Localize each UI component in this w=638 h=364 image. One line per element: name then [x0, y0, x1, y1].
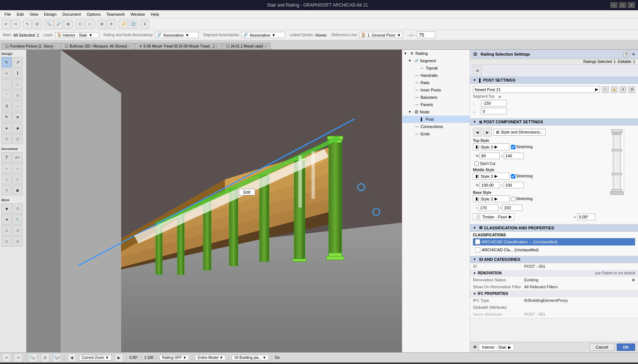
window-tool[interactable]: ⊞	[12, 112, 23, 122]
top-val2-input[interactable]	[504, 153, 524, 159]
more-btn4[interactable]: 🔧	[12, 214, 23, 225]
edit-button[interactable]: Edit	[239, 189, 255, 195]
column-tool[interactable]: ┃	[12, 68, 23, 78]
tree-node[interactable]: ▼ 🔘 Node	[402, 108, 470, 116]
tab-morph-tread[interactable]: ✕ S-08 Morph Tread 05 [S-08 Morph Tread …	[135, 43, 222, 49]
more-btn6[interactable]: ⬡	[12, 225, 23, 236]
bb-zoom-fit[interactable]: ⊡	[41, 353, 49, 362]
more-btn8[interactable]: ⬡	[12, 236, 23, 247]
tab-stair-close[interactable]: ×	[265, 45, 266, 48]
classif-row2[interactable]: ARCHICAD Cla... (Unclassified)	[473, 246, 635, 254]
maximize-button[interactable]: □	[619, 2, 626, 8]
nav-button[interactable]: 🧭	[119, 20, 128, 29]
base-stretching-check[interactable]	[511, 197, 515, 201]
more-btn2[interactable]: ⬡	[12, 203, 23, 214]
tree-ends[interactable]: — Ends	[402, 130, 470, 138]
value2-input[interactable]	[481, 108, 507, 115]
window-controls[interactable]: ─ □ ×	[610, 2, 635, 8]
select-button[interactable]: ↖	[23, 20, 32, 29]
pcs-prev-btn[interactable]: ◀	[473, 128, 482, 136]
tree-panels[interactable]: — Panels	[402, 101, 470, 108]
classif-row1[interactable]: ARCHICAD Classification ... (Unclassifie…	[473, 238, 635, 245]
redo-button[interactable]: ↪	[11, 20, 20, 29]
more-btn5[interactable]: ⬡	[1, 225, 12, 236]
menu-options[interactable]: Options	[84, 11, 104, 17]
tab-morph-close[interactable]: ×	[216, 45, 218, 48]
menu-view[interactable]: View	[27, 11, 41, 17]
tree-connections[interactable]: — Connections	[402, 123, 470, 130]
menu-document[interactable]: Document	[60, 11, 84, 17]
mid-val1-input[interactable]	[480, 182, 500, 188]
classif-check2[interactable]	[475, 247, 480, 252]
building-plan-dropdown[interactable]: 04 Building pla... ▼	[232, 355, 269, 360]
rotation-input[interactable]	[577, 214, 596, 220]
current-zoom-dropdown[interactable]: Current Zoom ▼	[79, 355, 112, 360]
material-dropdown[interactable]: ⬜ Timber - Floor ▶	[473, 213, 514, 220]
top-style-dropdown[interactable]: ◧ Style 3 ▶	[473, 143, 510, 150]
tree-railing[interactable]: ▼ ⚙ Railing	[402, 50, 470, 57]
tree-toprail[interactable]: — Toprail	[402, 64, 470, 72]
menu-window[interactable]: Window	[128, 11, 148, 17]
tree-inner-posts[interactable]: — Inner Posts	[402, 86, 470, 94]
fit-window-button[interactable]: ⊞	[64, 20, 72, 29]
wall-tool[interactable]: ▭	[1, 68, 12, 78]
bb-zoom-minus[interactable]: 🔍−	[29, 353, 38, 362]
base-val1-input[interactable]	[478, 204, 499, 211]
newel-post-settings-btn[interactable]: ⚙	[628, 86, 635, 93]
undo-button[interactable]: ↩	[1, 20, 10, 29]
base-val2-input[interactable]	[502, 204, 522, 211]
style-dimensions-dropdown[interactable]: ⊞ Style and Dimensions...	[493, 129, 546, 136]
text-tool[interactable]: T	[1, 152, 12, 162]
interior-stair-dropdown[interactable]: Interior - Stair ▶	[479, 344, 514, 351]
more-btn3[interactable]: ⚙	[1, 214, 12, 225]
minimize-button[interactable]: ─	[610, 2, 618, 8]
dont-cut-check[interactable]	[474, 161, 479, 166]
3d-view-button[interactable]: ⬡	[76, 20, 85, 29]
railing-off-dropdown[interactable]: Railing OFF ▼	[160, 355, 189, 360]
menu-edit[interactable]: Edit	[14, 11, 27, 17]
spline-tool[interactable]: ∿	[1, 185, 12, 195]
middle-style-dropdown[interactable]: ◧ Style 3 ▶	[473, 173, 510, 180]
close-button[interactable]: ×	[628, 2, 635, 8]
grid-button[interactable]: ⊞	[97, 20, 106, 29]
middle-stretching-check[interactable]	[511, 174, 515, 179]
tab-furniture[interactable]: ☐ Furniture Picture [2. Story] ×	[1, 43, 60, 49]
lamp-tool[interactable]: ◉	[12, 123, 23, 133]
bb-zoom-plus[interactable]: 🔍+	[52, 353, 61, 362]
assoc-dropdown[interactable]: 🔗 Associative ▼	[155, 32, 199, 38]
top-val1-input[interactable]	[480, 153, 500, 159]
cancel-button[interactable]: Cancel	[589, 344, 614, 351]
dim-tool[interactable]: ↔	[1, 163, 12, 173]
poly-tool[interactable]: □	[12, 174, 23, 184]
viewport[interactable]: Edit	[26, 50, 402, 352]
bb-nav-next[interactable]: ▶	[115, 353, 123, 362]
door-tool[interactable]: ⛩	[1, 112, 12, 122]
tree-post[interactable]: ▌ Post	[402, 116, 470, 123]
morph-tool[interactable]: ⬡	[12, 90, 23, 100]
railing-tool[interactable]: ⫶	[12, 101, 23, 111]
pcs-next-btn[interactable]: ▶	[483, 128, 492, 136]
base-style-dropdown[interactable]: ◧ Style 3 ▶	[473, 195, 510, 202]
segment-expand-icon[interactable]: ▼	[408, 59, 413, 63]
marquee-button[interactable]: ⊡	[33, 20, 41, 29]
zone-tool[interactable]: ⬡	[1, 134, 12, 144]
ok-button[interactable]: OK	[617, 344, 635, 351]
object-tool[interactable]: ◈	[1, 123, 12, 133]
orbit-button[interactable]: 🔄	[128, 20, 137, 29]
bb-redo-btn[interactable]: ↪	[14, 353, 23, 362]
curtain-tool[interactable]: ⬡	[12, 134, 23, 144]
top-stretching-check[interactable]	[511, 145, 515, 149]
zoom-out-button[interactable]: 🔎	[54, 20, 63, 29]
roof-tool[interactable]: ⌂	[12, 79, 23, 89]
newel-post-dropdown[interactable]: Newel Post 21 ▶	[473, 86, 600, 93]
more-btn1[interactable]: ◉	[1, 203, 12, 214]
tab-bullnose-close[interactable]: ×	[128, 45, 130, 48]
menu-teamwork[interactable]: Teamwork	[104, 11, 128, 17]
mid-val2-input[interactable]	[504, 182, 524, 188]
tree-rails[interactable]: — Rails	[402, 79, 470, 86]
tab-bullnose[interactable]: ☐ Bullnose [3D / Marquee, All Stories] ×	[61, 43, 135, 49]
pointer-tool[interactable]: ↗	[12, 57, 23, 67]
menu-design[interactable]: Design	[41, 11, 59, 17]
id-categories-header[interactable]: ▼ ID AND CATEGORIES	[470, 256, 638, 263]
node-expand-icon[interactable]: ▼	[408, 110, 413, 114]
